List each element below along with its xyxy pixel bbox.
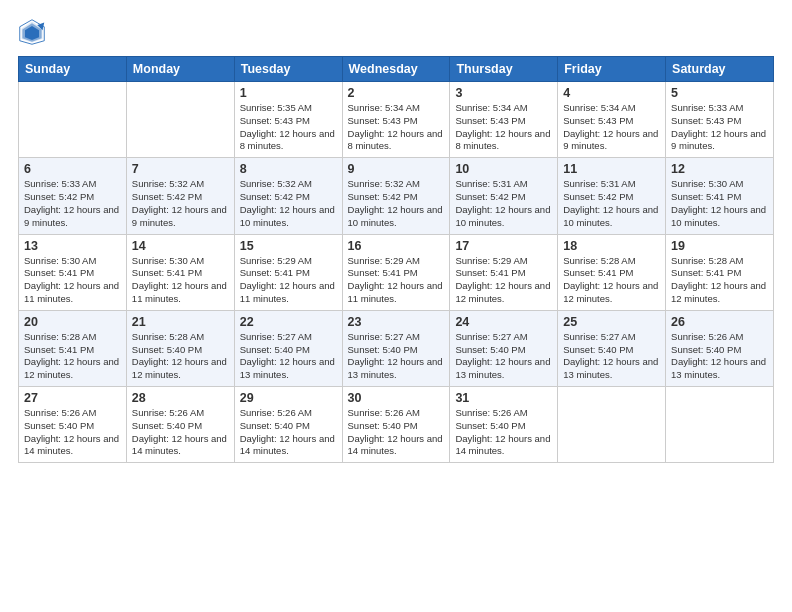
- calendar-cell: [666, 387, 774, 463]
- weekday-header-tuesday: Tuesday: [234, 57, 342, 82]
- calendar-cell: 4Sunrise: 5:34 AMSunset: 5:43 PMDaylight…: [558, 82, 666, 158]
- day-number: 22: [240, 315, 337, 329]
- day-number: 24: [455, 315, 552, 329]
- day-info: Sunrise: 5:27 AMSunset: 5:40 PMDaylight:…: [563, 331, 660, 382]
- calendar-cell: 21Sunrise: 5:28 AMSunset: 5:40 PMDayligh…: [126, 310, 234, 386]
- calendar-cell: 1Sunrise: 5:35 AMSunset: 5:43 PMDaylight…: [234, 82, 342, 158]
- calendar-cell: 27Sunrise: 5:26 AMSunset: 5:40 PMDayligh…: [19, 387, 127, 463]
- calendar-cell: 7Sunrise: 5:32 AMSunset: 5:42 PMDaylight…: [126, 158, 234, 234]
- day-number: 27: [24, 391, 121, 405]
- day-info: Sunrise: 5:26 AMSunset: 5:40 PMDaylight:…: [132, 407, 229, 458]
- day-info: Sunrise: 5:32 AMSunset: 5:42 PMDaylight:…: [348, 178, 445, 229]
- day-number: 12: [671, 162, 768, 176]
- day-info: Sunrise: 5:30 AMSunset: 5:41 PMDaylight:…: [671, 178, 768, 229]
- day-number: 10: [455, 162, 552, 176]
- day-info: Sunrise: 5:34 AMSunset: 5:43 PMDaylight:…: [348, 102, 445, 153]
- calendar-cell: 28Sunrise: 5:26 AMSunset: 5:40 PMDayligh…: [126, 387, 234, 463]
- calendar-cell: 18Sunrise: 5:28 AMSunset: 5:41 PMDayligh…: [558, 234, 666, 310]
- day-info: Sunrise: 5:27 AMSunset: 5:40 PMDaylight:…: [240, 331, 337, 382]
- day-number: 4: [563, 86, 660, 100]
- day-info: Sunrise: 5:28 AMSunset: 5:40 PMDaylight:…: [132, 331, 229, 382]
- calendar-cell: 14Sunrise: 5:30 AMSunset: 5:41 PMDayligh…: [126, 234, 234, 310]
- calendar-cell: 3Sunrise: 5:34 AMSunset: 5:43 PMDaylight…: [450, 82, 558, 158]
- day-number: 26: [671, 315, 768, 329]
- logo-icon: [18, 18, 46, 46]
- day-number: 31: [455, 391, 552, 405]
- day-info: Sunrise: 5:29 AMSunset: 5:41 PMDaylight:…: [455, 255, 552, 306]
- day-number: 16: [348, 239, 445, 253]
- day-info: Sunrise: 5:29 AMSunset: 5:41 PMDaylight:…: [240, 255, 337, 306]
- weekday-header-sunday: Sunday: [19, 57, 127, 82]
- calendar-week-row: 27Sunrise: 5:26 AMSunset: 5:40 PMDayligh…: [19, 387, 774, 463]
- day-number: 25: [563, 315, 660, 329]
- calendar-cell: 17Sunrise: 5:29 AMSunset: 5:41 PMDayligh…: [450, 234, 558, 310]
- day-info: Sunrise: 5:26 AMSunset: 5:40 PMDaylight:…: [455, 407, 552, 458]
- day-info: Sunrise: 5:31 AMSunset: 5:42 PMDaylight:…: [455, 178, 552, 229]
- day-info: Sunrise: 5:28 AMSunset: 5:41 PMDaylight:…: [563, 255, 660, 306]
- weekday-header-thursday: Thursday: [450, 57, 558, 82]
- calendar-cell: 8Sunrise: 5:32 AMSunset: 5:42 PMDaylight…: [234, 158, 342, 234]
- day-info: Sunrise: 5:32 AMSunset: 5:42 PMDaylight:…: [132, 178, 229, 229]
- calendar-cell: [558, 387, 666, 463]
- day-info: Sunrise: 5:33 AMSunset: 5:43 PMDaylight:…: [671, 102, 768, 153]
- day-number: 17: [455, 239, 552, 253]
- day-info: Sunrise: 5:35 AMSunset: 5:43 PMDaylight:…: [240, 102, 337, 153]
- day-number: 29: [240, 391, 337, 405]
- weekday-header-wednesday: Wednesday: [342, 57, 450, 82]
- day-info: Sunrise: 5:31 AMSunset: 5:42 PMDaylight:…: [563, 178, 660, 229]
- day-number: 20: [24, 315, 121, 329]
- day-number: 3: [455, 86, 552, 100]
- calendar-cell: 11Sunrise: 5:31 AMSunset: 5:42 PMDayligh…: [558, 158, 666, 234]
- day-info: Sunrise: 5:34 AMSunset: 5:43 PMDaylight:…: [455, 102, 552, 153]
- calendar-cell: 25Sunrise: 5:27 AMSunset: 5:40 PMDayligh…: [558, 310, 666, 386]
- calendar-cell: 23Sunrise: 5:27 AMSunset: 5:40 PMDayligh…: [342, 310, 450, 386]
- day-number: 18: [563, 239, 660, 253]
- day-info: Sunrise: 5:27 AMSunset: 5:40 PMDaylight:…: [455, 331, 552, 382]
- day-number: 28: [132, 391, 229, 405]
- day-number: 1: [240, 86, 337, 100]
- calendar-week-row: 6Sunrise: 5:33 AMSunset: 5:42 PMDaylight…: [19, 158, 774, 234]
- day-number: 19: [671, 239, 768, 253]
- calendar-cell: [19, 82, 127, 158]
- day-info: Sunrise: 5:28 AMSunset: 5:41 PMDaylight:…: [24, 331, 121, 382]
- calendar-cell: 2Sunrise: 5:34 AMSunset: 5:43 PMDaylight…: [342, 82, 450, 158]
- calendar-cell: 12Sunrise: 5:30 AMSunset: 5:41 PMDayligh…: [666, 158, 774, 234]
- day-info: Sunrise: 5:30 AMSunset: 5:41 PMDaylight:…: [24, 255, 121, 306]
- day-info: Sunrise: 5:26 AMSunset: 5:40 PMDaylight:…: [24, 407, 121, 458]
- weekday-header-row: SundayMondayTuesdayWednesdayThursdayFrid…: [19, 57, 774, 82]
- calendar-cell: 15Sunrise: 5:29 AMSunset: 5:41 PMDayligh…: [234, 234, 342, 310]
- day-number: 11: [563, 162, 660, 176]
- day-number: 6: [24, 162, 121, 176]
- weekday-header-saturday: Saturday: [666, 57, 774, 82]
- page: SundayMondayTuesdayWednesdayThursdayFrid…: [0, 0, 792, 612]
- logo: [18, 18, 52, 46]
- day-number: 8: [240, 162, 337, 176]
- day-number: 21: [132, 315, 229, 329]
- day-number: 13: [24, 239, 121, 253]
- calendar-cell: 31Sunrise: 5:26 AMSunset: 5:40 PMDayligh…: [450, 387, 558, 463]
- day-info: Sunrise: 5:26 AMSunset: 5:40 PMDaylight:…: [348, 407, 445, 458]
- calendar-cell: 6Sunrise: 5:33 AMSunset: 5:42 PMDaylight…: [19, 158, 127, 234]
- day-number: 15: [240, 239, 337, 253]
- calendar-table: SundayMondayTuesdayWednesdayThursdayFrid…: [18, 56, 774, 463]
- day-number: 30: [348, 391, 445, 405]
- weekday-header-monday: Monday: [126, 57, 234, 82]
- day-number: 2: [348, 86, 445, 100]
- calendar-cell: 20Sunrise: 5:28 AMSunset: 5:41 PMDayligh…: [19, 310, 127, 386]
- calendar-cell: 9Sunrise: 5:32 AMSunset: 5:42 PMDaylight…: [342, 158, 450, 234]
- day-info: Sunrise: 5:30 AMSunset: 5:41 PMDaylight:…: [132, 255, 229, 306]
- day-number: 9: [348, 162, 445, 176]
- calendar-cell: 10Sunrise: 5:31 AMSunset: 5:42 PMDayligh…: [450, 158, 558, 234]
- day-info: Sunrise: 5:27 AMSunset: 5:40 PMDaylight:…: [348, 331, 445, 382]
- calendar-cell: 30Sunrise: 5:26 AMSunset: 5:40 PMDayligh…: [342, 387, 450, 463]
- day-info: Sunrise: 5:32 AMSunset: 5:42 PMDaylight:…: [240, 178, 337, 229]
- calendar-week-row: 1Sunrise: 5:35 AMSunset: 5:43 PMDaylight…: [19, 82, 774, 158]
- calendar-cell: [126, 82, 234, 158]
- calendar-cell: 29Sunrise: 5:26 AMSunset: 5:40 PMDayligh…: [234, 387, 342, 463]
- day-info: Sunrise: 5:29 AMSunset: 5:41 PMDaylight:…: [348, 255, 445, 306]
- calendar-cell: 16Sunrise: 5:29 AMSunset: 5:41 PMDayligh…: [342, 234, 450, 310]
- calendar-cell: 24Sunrise: 5:27 AMSunset: 5:40 PMDayligh…: [450, 310, 558, 386]
- day-info: Sunrise: 5:28 AMSunset: 5:41 PMDaylight:…: [671, 255, 768, 306]
- calendar-cell: 13Sunrise: 5:30 AMSunset: 5:41 PMDayligh…: [19, 234, 127, 310]
- day-number: 5: [671, 86, 768, 100]
